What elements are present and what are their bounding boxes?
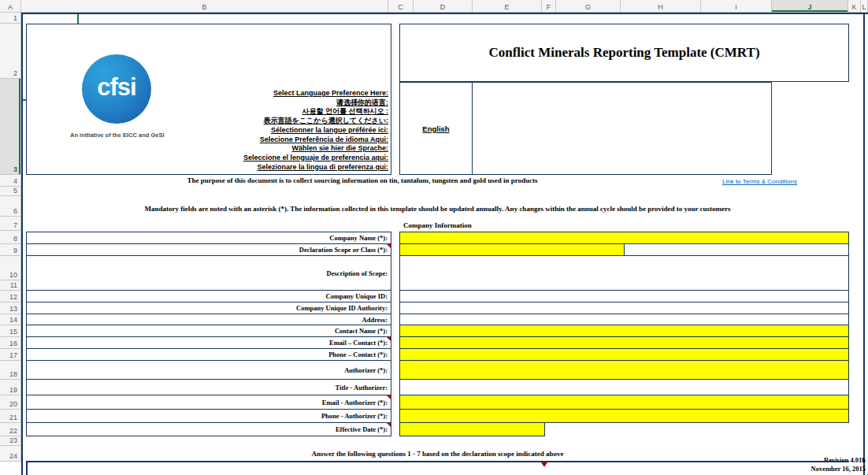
row-header-23[interactable]: 23: [0, 436, 21, 446]
form-label-5: Address:: [26, 314, 391, 325]
language-link-8[interactable]: Selezionare la lingua di preferenza qui:: [152, 163, 388, 173]
form-label-4: Company Unique ID Authority:: [26, 302, 391, 314]
questions-note: Answer the following questions 1 - 7 bas…: [26, 450, 849, 458]
row-header-16[interactable]: 16: [0, 337, 21, 349]
column-header-L[interactable]: L: [861, 0, 868, 13]
form-label-12: Phone - Authorizer (*):: [26, 409, 391, 423]
column-header-F[interactable]: F: [542, 0, 556, 13]
outline-left: [21, 13, 23, 475]
form-input-9[interactable]: [399, 360, 849, 380]
language-link-5[interactable]: Selecione Preferência de idioma Aqui:: [152, 135, 388, 145]
language-link-0[interactable]: Select Language Preference Here:: [152, 89, 388, 98]
row-header-3[interactable]: 3: [0, 79, 21, 175]
form-input-6[interactable]: [399, 325, 849, 337]
row-header-22[interactable]: 22: [0, 423, 21, 436]
row-header-14[interactable]: 14: [0, 314, 21, 325]
column-header-G[interactable]: G: [556, 0, 621, 13]
language-links: Select Language Preference Here:请选择你的语言:…: [152, 89, 388, 172]
form-input-5[interactable]: [399, 314, 849, 325]
row-header-12[interactable]: 12: [0, 291, 21, 302]
form-label-3: Company Unique ID:: [26, 290, 391, 302]
blank-cell[interactable]: [472, 82, 772, 175]
row-header-10[interactable]: 10: [0, 256, 21, 280]
mandatory-note: Mandatory fields are noted with an aster…: [26, 205, 849, 213]
form-input-1[interactable]: [399, 243, 625, 256]
form-input-1-extra[interactable]: [624, 243, 849, 256]
form-input-13[interactable]: [399, 422, 545, 436]
row-header-9[interactable]: 9: [0, 244, 21, 256]
selected-language-label: English: [422, 124, 449, 133]
row-header-11[interactable]: 11: [0, 280, 21, 291]
row-header-5[interactable]: 5: [0, 187, 21, 196]
language-link-7[interactable]: Seleccione el lenguaje de preferencia aq…: [152, 154, 388, 163]
row-header-24[interactable]: 24: [0, 446, 21, 462]
form-label-11: Email - Authorizer (*):: [26, 395, 391, 410]
outline-right: [863, 13, 865, 475]
form-label-6: Contact Name (*):: [26, 325, 391, 337]
next-section-left-border: [26, 461, 28, 475]
next-section-border: [26, 461, 849, 462]
form-label-9: Authorizer (*):: [26, 360, 391, 380]
column-header-I[interactable]: I: [701, 0, 772, 13]
form-label-7: Email – Contact (*):: [26, 336, 391, 349]
form-input-7[interactable]: [399, 336, 849, 349]
form-label-8: Phone – Contact (*):: [26, 348, 391, 361]
page-title: Conflict Minerals Reporting Template (CM…: [488, 45, 759, 61]
column-header-D[interactable]: D: [414, 0, 473, 13]
row-header-21[interactable]: 21: [0, 410, 21, 423]
form-label-0: Company Name (*):: [26, 232, 391, 244]
language-link-4[interactable]: Sélectionner la langue préférée ici:: [152, 126, 388, 135]
form-label-10: Title - Authorizer:: [26, 379, 391, 395]
terms-conditions-link[interactable]: Link to Terms & Conditions: [722, 178, 797, 185]
comment-indicator-icon: [387, 337, 391, 341]
purpose-text: The purpose of this document is to colle…: [47, 176, 677, 184]
spreadsheet: ABCDEFGHIJKL 123456789101112131415161718…: [0, 0, 868, 475]
form-input-12[interactable]: [399, 409, 849, 423]
title-box: Conflict Minerals Reporting Template (CM…: [399, 24, 849, 82]
row-header-2[interactable]: 2: [0, 24, 21, 79]
row-header-18[interactable]: 18: [0, 361, 21, 380]
column-header-A[interactable]: A: [0, 0, 21, 13]
row-header-6[interactable]: 6: [0, 196, 21, 217]
language-link-2[interactable]: 사용할 언어를 선택하시오 :: [152, 107, 388, 117]
row-header-17[interactable]: 17: [0, 349, 21, 361]
comment-indicator-icon: [387, 423, 391, 427]
form-label-13: Effective Date (*):: [26, 422, 391, 436]
row-header-7[interactable]: 7: [0, 217, 21, 231]
form-input-11[interactable]: [399, 395, 849, 410]
comment-indicator-icon: [387, 244, 391, 248]
row-header-1[interactable]: 1: [0, 13, 21, 24]
column-header-K[interactable]: K: [848, 0, 861, 13]
column-header-B[interactable]: B: [21, 0, 388, 13]
language-link-1[interactable]: 请选择你的语言:: [152, 98, 388, 108]
row-header-15[interactable]: 15: [0, 325, 21, 337]
column-header-C[interactable]: C: [388, 0, 414, 13]
comment-indicator-icon: [387, 395, 391, 399]
language-link-3[interactable]: 表示言語をここから選択してください:: [152, 117, 388, 126]
row-header-20[interactable]: 20: [0, 395, 21, 410]
form-input-10[interactable]: [399, 379, 849, 395]
form-label-1: Declaration Scope or Class (*):: [26, 243, 391, 256]
form-input-3[interactable]: [399, 290, 849, 302]
cfsi-logo: cfsi: [82, 54, 151, 124]
form-input-2[interactable]: [399, 255, 849, 291]
language-link-6[interactable]: Wählen sie hier die Sprache:: [152, 144, 388, 154]
revision-date: November 16, 2015: [811, 465, 866, 473]
cfsi-logo-text: cfsi: [97, 73, 135, 105]
column-header-J[interactable]: J: [772, 0, 848, 13]
logo-language-box: cfsi An initiative of the EICC and GeSI …: [26, 24, 391, 175]
form-input-8[interactable]: [399, 348, 849, 361]
revision-text: Revision 4.01b November 16, 2015: [811, 456, 866, 473]
form-label-2: Description of Scope:: [26, 255, 391, 291]
column-header-H[interactable]: H: [621, 0, 701, 13]
row-header-8[interactable]: 8: [0, 231, 21, 244]
column-header-E[interactable]: E: [473, 0, 542, 13]
selected-language-cell[interactable]: English: [399, 82, 473, 175]
form-input-0[interactable]: [399, 232, 849, 244]
row-header-13[interactable]: 13: [0, 302, 21, 314]
section-title-company-information: Company Information: [26, 221, 849, 229]
comment-marker-icon: [541, 462, 547, 467]
row-header-19[interactable]: 19: [0, 380, 21, 395]
row-header-4[interactable]: 4: [0, 175, 21, 187]
form-input-4[interactable]: [399, 302, 849, 314]
